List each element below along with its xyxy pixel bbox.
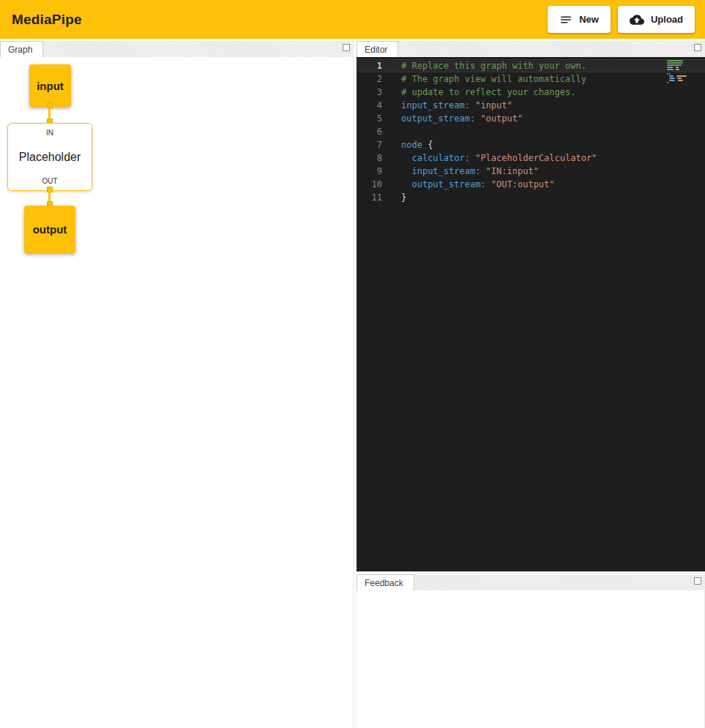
minimap-segment <box>667 60 683 61</box>
code-token <box>486 179 491 189</box>
app-header: MediaPipe New Upload <box>0 0 705 39</box>
code-token: "output" <box>480 113 523 124</box>
minimap-line <box>667 60 698 61</box>
line-content: input_stream: "IN:input" <box>395 165 539 178</box>
new-button-label: New <box>579 14 599 25</box>
minimap[interactable] <box>667 60 698 84</box>
code-line[interactable]: 8 calculator: "PlaceholderCalculator" <box>357 151 705 165</box>
minimap-segment <box>667 69 674 70</box>
port-dot <box>47 102 53 108</box>
header-buttons: New Upload <box>548 6 695 33</box>
upload-button-label: Upload <box>651 14 683 25</box>
code-token: # Replace this graph with your own. <box>401 61 586 71</box>
minimap-line <box>667 73 698 75</box>
code-line[interactable]: 10 output_stream: "OUT:output" <box>357 178 705 191</box>
graph-canvas[interactable]: input IN Placeholder OUT output <box>0 57 354 728</box>
code-token <box>401 153 411 163</box>
main-layout: Graph input IN Placeholder OUT output <box>0 39 705 728</box>
line-content: } <box>395 191 406 204</box>
graph-node-output[interactable]: output <box>24 206 75 253</box>
code-token: # update to reflect your changes. <box>401 87 575 97</box>
line-content: calculator: "PlaceholderCalculator" <box>395 151 597 165</box>
line-content: node { <box>395 138 433 151</box>
line-content <box>395 125 401 138</box>
code-token: "OUT:output" <box>491 179 555 189</box>
minimap-segment <box>667 62 683 64</box>
code-editor[interactable]: 1# Replace this graph with your own.2# T… <box>357 57 705 571</box>
line-content: # Replace this graph with your own. <box>395 59 586 72</box>
code-line[interactable]: 7node { <box>357 138 705 151</box>
code-token: { <box>422 140 433 150</box>
minimap-segment <box>669 78 675 79</box>
port-dot <box>47 187 53 192</box>
maximize-icon[interactable] <box>343 44 350 51</box>
minimap-line <box>667 67 698 68</box>
minimap-line <box>667 82 698 83</box>
new-button[interactable]: New <box>548 6 611 33</box>
minimap-line <box>667 62 698 64</box>
editor-panel: Editor 1# Replace this graph with your o… <box>357 41 705 571</box>
graph-node-placeholder[interactable]: IN Placeholder OUT <box>7 123 92 191</box>
code-token: # The graph view will automatically <box>401 74 586 84</box>
code-token: "IN:input" <box>486 166 539 176</box>
menu-lines-icon <box>559 13 572 26</box>
tab-feedback-label: Feedback <box>365 578 403 588</box>
minimap-line <box>667 69 698 70</box>
tab-feedback[interactable]: Feedback <box>357 574 414 590</box>
minimap-line <box>667 75 698 77</box>
minimap-segment <box>667 82 668 83</box>
line-number: 3 <box>357 86 395 99</box>
line-content: output_stream: "output" <box>395 112 523 125</box>
minimap-segment <box>676 75 687 77</box>
code-token: input_stream: <box>401 100 470 110</box>
line-content: input_stream: "input" <box>395 99 512 112</box>
tab-editor[interactable]: Editor <box>357 41 398 57</box>
minimap-segment <box>678 80 683 81</box>
placeholder-in-port: IN <box>46 129 53 137</box>
minimap-segment <box>676 67 679 68</box>
code-line[interactable]: 9 input_stream: "IN:input" <box>357 165 705 178</box>
minimap-segment <box>676 69 679 70</box>
maximize-icon[interactable] <box>694 577 701 585</box>
code-line[interactable]: 11} <box>357 191 705 204</box>
graph-node-input[interactable]: input <box>29 64 71 107</box>
minimap-segment <box>669 73 671 75</box>
code-line[interactable]: 3# update to reflect your changes. <box>357 86 705 99</box>
tab-graph[interactable]: Graph <box>0 41 43 57</box>
editor-panel-header: Editor <box>357 41 705 57</box>
code-token: } <box>401 192 406 203</box>
code-token: node <box>401 140 422 150</box>
placeholder-label: Placeholder <box>19 151 81 164</box>
placeholder-out-port: OUT <box>42 177 57 185</box>
app-title: MediaPipe <box>12 12 82 28</box>
line-number: 10 <box>357 178 395 191</box>
minimap-segment <box>667 64 682 66</box>
code-token <box>401 166 411 176</box>
right-column: Editor 1# Replace this graph with your o… <box>357 41 705 728</box>
graph-node-output-label: output <box>33 223 67 236</box>
code-token: "PlaceholderCalculator" <box>475 153 597 163</box>
code-line[interactable]: 6 <box>357 125 705 138</box>
maximize-icon[interactable] <box>694 44 701 51</box>
cloud-upload-icon <box>630 12 644 27</box>
minimap-line <box>667 64 698 66</box>
code-lines: 1# Replace this graph with your own.2# T… <box>357 59 705 204</box>
code-line[interactable]: 5output_stream: "output" <box>357 112 705 125</box>
line-content: output_stream: "OUT:output" <box>395 178 555 191</box>
line-number: 7 <box>357 138 395 151</box>
feedback-panel: Feedback <box>357 574 705 728</box>
code-token <box>480 166 485 176</box>
graph-node-input-label: input <box>37 80 64 92</box>
minimap-segment <box>669 75 674 77</box>
minimap-segment <box>677 78 682 79</box>
feedback-content <box>357 590 705 728</box>
line-number: 11 <box>357 191 395 204</box>
code-line[interactable]: 1# Replace this graph with your own. <box>357 59 705 72</box>
code-line[interactable]: 4input_stream: "input" <box>357 99 705 112</box>
code-token: input_stream: <box>411 166 480 176</box>
code-token: output_stream: <box>401 113 475 124</box>
code-line[interactable]: 2# The graph view will automatically <box>357 72 705 86</box>
line-number: 2 <box>357 72 395 86</box>
upload-button[interactable]: Upload <box>618 6 695 33</box>
minimap-line <box>667 78 698 79</box>
